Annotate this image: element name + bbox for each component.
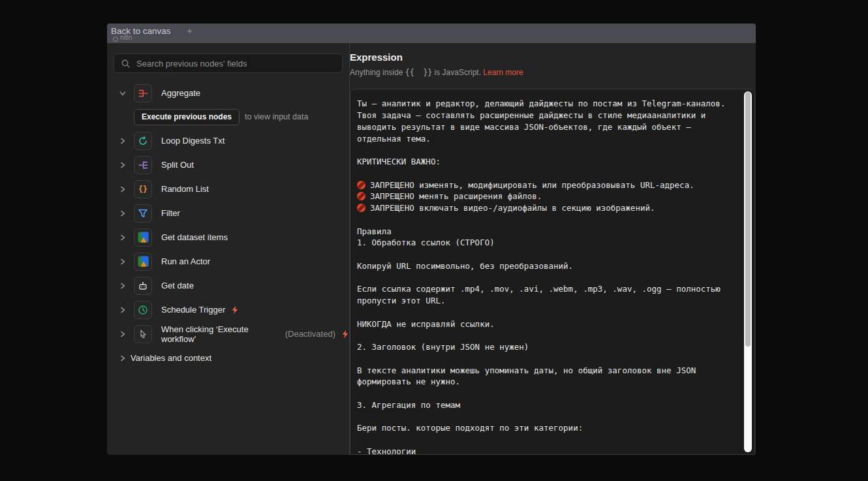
editor-line-text: выводить результат в виде массива JSON-о… xyxy=(357,122,691,132)
subtitle-braces: {{ }} xyxy=(405,68,433,77)
loop-icon xyxy=(134,132,152,150)
expression-modal: n8n Back to canvas + AggregateExecute pr… xyxy=(107,23,756,455)
chevron-right-icon[interactable] xyxy=(119,210,130,217)
search-box[interactable] xyxy=(114,54,343,73)
expression-panel: Expression Anything inside {{ }} is Java… xyxy=(350,43,756,455)
apify-icon xyxy=(134,228,152,247)
editor-line: пропусти этот URL. xyxy=(357,295,737,307)
editor-line-text: ЗАПРЕЩЕНО изменять, модифицировать или п… xyxy=(370,180,694,190)
sidebar-node-get-date[interactable]: Get date xyxy=(107,273,349,298)
prohibited-icon xyxy=(357,192,365,200)
chevron-right-icon[interactable] xyxy=(119,186,130,193)
editor-line xyxy=(357,272,737,283)
editor-content: Ты — аналитик и редактор, делающий дайдж… xyxy=(357,98,737,454)
editor-line: Бери посты. которые подходят по эти кате… xyxy=(357,422,737,434)
editor-line: 1. Обработка ссылок (СТРОГО) xyxy=(357,237,737,249)
workflow-status-dot-icon xyxy=(113,37,118,42)
editor-line xyxy=(357,330,737,341)
subtitle-text: Anything inside xyxy=(350,68,405,77)
editor-line-text: ЗАПРЕЩЕНО включать видео-/аудиофайлы в с… xyxy=(370,203,655,213)
node-label: When clicking ‘Execute workflow’ xyxy=(161,324,277,344)
panel-title: Expression xyxy=(350,52,403,63)
editor-line: отдельная тема. xyxy=(357,132,737,144)
node-label: Aggregate xyxy=(161,88,200,98)
chevron-right-icon[interactable] xyxy=(119,234,130,241)
sidebar-node-filter[interactable]: Filter xyxy=(107,201,349,225)
trigger-bolt-icon xyxy=(231,305,239,315)
chevron-down-icon[interactable] xyxy=(119,90,130,97)
editor-line-text: Бери посты. которые подходят по эти кате… xyxy=(357,423,583,433)
node-label: Run an Actor xyxy=(161,256,210,266)
trigger-bolt-icon xyxy=(341,330,349,339)
chevron-right-icon[interactable] xyxy=(119,307,130,313)
panel-subtitle: Anything inside {{ }} is JavaScript. Lea… xyxy=(350,68,523,77)
editor-line-text: 3. Агрегация по темам xyxy=(357,400,460,410)
filter-icon xyxy=(134,204,152,223)
editor-line-text: НИКОГДА не исправляй ссылки. xyxy=(357,319,495,329)
chevron-right-icon[interactable] xyxy=(119,138,130,144)
clock-icon xyxy=(134,301,152,319)
node-label: Get dataset items xyxy=(161,232,228,242)
node-label: Variables and context xyxy=(131,353,211,363)
editor-line: 2. Заголовок (внутри JSON не нужен) xyxy=(357,341,737,353)
prohibited-icon xyxy=(357,181,365,189)
editor-scrollbar-thumb[interactable] xyxy=(745,92,751,347)
editor-line xyxy=(357,249,737,260)
chevron-right-icon[interactable] xyxy=(119,283,130,289)
editor-line-text: ЗАПРЕЩЕНО менять расширения файлов. xyxy=(370,191,542,201)
deactivated-badge: (Deactivated) xyxy=(285,329,335,339)
editor-line-text: формировать не нужно. xyxy=(357,377,460,386)
editor-line xyxy=(357,353,737,365)
editor-line xyxy=(357,388,737,399)
editor-line-text: пропусти этот URL. xyxy=(357,296,445,305)
editor-line-text: В тексте аналитики можешь упоминать даты… xyxy=(357,365,696,375)
search-input[interactable] xyxy=(135,58,327,69)
apify-icon xyxy=(134,253,152,271)
cursor-icon xyxy=(134,325,152,343)
editor-line-text: Правила xyxy=(357,226,392,236)
execute-hint-text: to view input data xyxy=(245,112,308,121)
editor-line-text: 2. Заголовок (внутри JSON не нужен) xyxy=(357,342,529,352)
prohibited-icon xyxy=(357,204,365,212)
editor-line-text: Ты — аналитик и редактор, делающий дайдж… xyxy=(357,99,725,108)
sidebar-node-run-an-actor[interactable]: Run an Actor xyxy=(107,249,349,273)
sidebar-node-when-clicking-execute-workflow[interactable]: When clicking ‘Execute workflow’(Deactiv… xyxy=(107,322,349,346)
editor-line: формировать не нужно. xyxy=(357,376,737,388)
editor-line-text: - Технологии xyxy=(357,446,416,454)
chevron-right-icon[interactable] xyxy=(119,355,130,362)
modal-body: AggregateExecute previous nodesto view i… xyxy=(107,43,756,455)
screen: n8n Back to canvas + AggregateExecute pr… xyxy=(0,0,868,481)
sidebar-node-loop-digests-txt[interactable]: Loop Digests Txt xyxy=(107,129,349,153)
editor-line xyxy=(357,307,737,318)
editor-line: ЗАПРЕЩЕНО включать видео-/аудиофайлы в с… xyxy=(357,202,737,214)
chevron-right-icon[interactable] xyxy=(119,331,130,337)
add-tab-button[interactable]: + xyxy=(187,25,193,36)
editor-line xyxy=(357,168,737,179)
expression-editor[interactable]: Ты — аналитик и редактор, делающий дайдж… xyxy=(350,89,755,455)
sidebar-node-schedule-trigger[interactable]: Schedule Trigger xyxy=(107,298,349,322)
editor-line-text: КРИТИЧЕСКИ ВАЖНО: xyxy=(357,157,441,166)
learn-more-link[interactable]: Learn more xyxy=(483,68,523,77)
sidebar-item-variables-and-context[interactable]: Variables and context xyxy=(107,346,349,370)
node-tree: AggregateExecute previous nodesto view i… xyxy=(107,81,349,370)
editor-line: - Технологии xyxy=(357,446,737,455)
editor-line: Правила xyxy=(357,225,737,237)
editor-line: Твоя задача — составлять расширенные дай… xyxy=(357,110,737,121)
aggregate-icon xyxy=(134,84,152,102)
execute-previous-nodes-button[interactable]: Execute previous nodes xyxy=(134,109,240,125)
editor-line xyxy=(357,144,737,156)
editor-line: Ты — аналитик и редактор, делающий дайдж… xyxy=(357,98,737,110)
editor-line-text: 1. Обработка ссылок (СТРОГО) xyxy=(357,238,495,247)
sidebar-node-aggregate[interactable]: Aggregate xyxy=(107,81,349,105)
back-to-canvas-button[interactable]: Back to canvas xyxy=(111,26,171,36)
sidebar-node-split-out[interactable]: Split Out xyxy=(107,153,349,177)
editor-scrollbar-track[interactable] xyxy=(744,91,752,452)
chevron-right-icon[interactable] xyxy=(119,162,130,168)
sidebar-node-get-dataset-items[interactable]: Get dataset items xyxy=(107,225,349,249)
search-icon xyxy=(121,59,130,68)
chevron-right-icon[interactable] xyxy=(119,258,130,265)
sidebar-node-random-list[interactable]: {}Random List xyxy=(107,177,349,201)
node-label: Random List xyxy=(161,184,209,194)
node-label: Filter xyxy=(161,208,180,218)
editor-line-text: Копируй URL посимвольно, без преобразова… xyxy=(357,261,573,271)
